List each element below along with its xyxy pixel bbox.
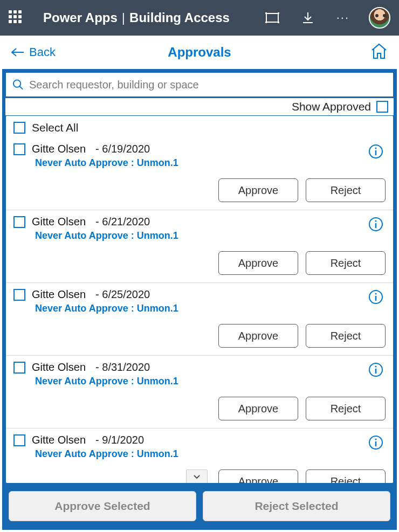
approve-button[interactable]: Approve (218, 251, 298, 275)
item-actions: ApproveReject (13, 324, 386, 348)
item-actions: ApproveReject (13, 178, 386, 202)
content-frame: Show Approved Select All Gitte Olsen- 6/… (2, 69, 397, 530)
info-icon[interactable] (368, 144, 383, 159)
app-launcher-icon[interactable] (9, 10, 24, 25)
item-checkbox[interactable] (13, 434, 25, 446)
info-icon[interactable] (368, 217, 383, 232)
svg-rect-0 (266, 13, 278, 22)
svg-rect-4 (278, 22, 279, 23)
title-divider: | (122, 10, 125, 25)
item-actions: ApproveReject (13, 397, 386, 420)
approve-button[interactable]: Approve (218, 397, 298, 420)
requestor-name: Gitte Olsen (32, 216, 86, 228)
item-checkbox[interactable] (13, 289, 25, 301)
svg-point-13 (375, 366, 377, 368)
request-date: - 9/1/2020 (95, 434, 144, 446)
svg-point-15 (375, 439, 377, 440)
reject-button[interactable]: Reject (306, 397, 386, 420)
back-label: Back (29, 45, 56, 59)
requestor-name: Gitte Olsen (32, 288, 86, 301)
svg-rect-2 (278, 12, 279, 14)
request-details: Never Auto Approve : Unmon.1 (35, 157, 386, 169)
page-subheader: Back Approvals (0, 36, 399, 69)
back-button[interactable]: Back (11, 45, 56, 59)
request-details: Never Auto Approve : Unmon.1 (35, 448, 386, 460)
more-menu-icon[interactable]: ··· (336, 11, 349, 25)
user-avatar[interactable] (369, 7, 390, 29)
request-details: Never Auto Approve : Unmon.1 (35, 376, 386, 387)
svg-rect-3 (265, 22, 267, 23)
select-all-row: Select All (6, 116, 393, 137)
approvals-list: Select All Gitte Olsen- 6/19/2020Never A… (5, 115, 394, 483)
requestor-name: Gitte Olsen (32, 434, 86, 446)
approve-selected-button[interactable]: Approve Selected (9, 491, 196, 521)
request-details: Never Auto Approve : Unmon.1 (35, 230, 386, 241)
approve-button[interactable]: Approve (218, 178, 298, 202)
app-title: Power Apps | Building Access (43, 10, 230, 25)
show-approved-label: Show Approved (292, 100, 371, 113)
request-details: Never Auto Approve : Unmon.1 (35, 303, 386, 314)
approval-item: Gitte Olsen- 6/21/2020Never Auto Approve… (6, 210, 393, 282)
app-name: Power Apps (43, 10, 118, 25)
request-date: - 8/31/2020 (95, 361, 150, 374)
chevron-down-icon[interactable] (186, 469, 208, 483)
reject-button[interactable]: Reject (306, 324, 386, 348)
reject-selected-button[interactable]: Reject Selected (203, 491, 390, 521)
approval-item: Gitte Olsen- 8/31/2020Never Auto Approve… (6, 355, 393, 428)
request-date: - 6/19/2020 (95, 143, 150, 155)
item-actions: ApproveReject (13, 469, 386, 483)
info-icon[interactable] (368, 362, 383, 377)
reject-button[interactable]: Reject (306, 178, 386, 202)
home-icon[interactable] (370, 43, 388, 62)
approve-button[interactable]: Approve (218, 469, 298, 483)
download-icon[interactable] (301, 11, 315, 25)
search-input[interactable] (29, 79, 387, 91)
item-actions: ApproveReject (13, 251, 386, 275)
approval-item: Gitte Olsen- 6/19/2020Never Auto Approve… (6, 137, 393, 210)
app-topbar: Power Apps | Building Access ··· (0, 0, 399, 36)
svg-point-5 (13, 80, 20, 87)
request-date: - 6/25/2020 (95, 288, 150, 301)
approve-button[interactable]: Approve (218, 324, 298, 348)
bulk-action-bar: Approve Selected Reject Selected (5, 483, 394, 527)
requestor-name: Gitte Olsen (32, 361, 86, 374)
search-icon (12, 79, 24, 91)
svg-point-7 (375, 148, 377, 149)
approval-item: Gitte Olsen- 6/25/2020Never Auto Approve… (6, 282, 393, 355)
select-all-checkbox[interactable] (13, 122, 25, 134)
fit-to-screen-icon[interactable] (265, 11, 279, 25)
show-approved-checkbox[interactable] (376, 101, 388, 113)
svg-point-11 (375, 293, 377, 295)
search-field-wrap[interactable] (5, 72, 394, 97)
show-approved-row: Show Approved (5, 98, 394, 115)
page-title: Approvals (0, 45, 399, 60)
app-page-name: Building Access (129, 10, 230, 25)
svg-point-9 (375, 220, 377, 222)
info-icon[interactable] (368, 289, 383, 305)
item-checkbox[interactable] (13, 362, 25, 374)
items-container: Gitte Olsen- 6/19/2020Never Auto Approve… (6, 137, 393, 483)
requestor-name: Gitte Olsen (32, 143, 86, 155)
item-checkbox[interactable] (13, 143, 25, 155)
info-icon[interactable] (368, 435, 383, 450)
request-date: - 6/21/2020 (95, 216, 150, 228)
reject-button[interactable]: Reject (306, 251, 386, 275)
approval-item: Gitte Olsen- 9/1/2020Never Auto Approve … (6, 428, 393, 483)
select-all-label: Select All (32, 121, 78, 134)
svg-rect-1 (265, 12, 267, 14)
reject-button[interactable]: Reject (306, 469, 386, 483)
item-checkbox[interactable] (13, 216, 25, 228)
